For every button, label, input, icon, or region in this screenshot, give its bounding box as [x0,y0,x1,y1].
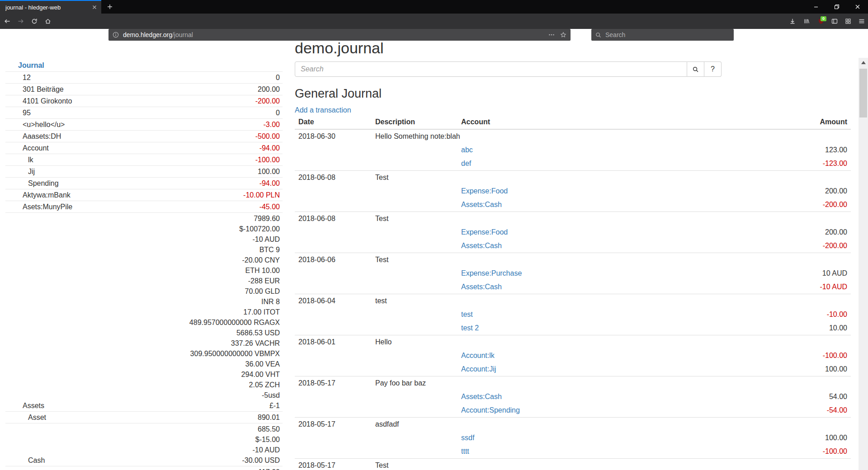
sidebar-account-link[interactable]: 95 [23,109,31,117]
back-button[interactable] [0,15,14,27]
sidebar-account-link[interactable]: 301 Beiträge [23,85,64,93]
site-info-icon[interactable] [112,31,119,38]
search-submit-button[interactable] [687,61,704,77]
empty-cell [706,335,851,349]
balance-amount: -5usd [155,390,280,400]
scrollbar[interactable] [859,58,868,470]
transaction-description: Hello [372,335,458,349]
sidebar-account-row: <u>hello</u>-3.00 [5,119,283,131]
browser-search-field[interactable] [591,29,734,41]
empty-cell [458,129,706,143]
posting-account-link[interactable]: ssdf [461,434,474,442]
empty-cell [706,459,851,470]
scroll-up-button[interactable] [861,61,866,64]
forward-button[interactable] [14,15,28,27]
sidebar-account-row: Aaasets:DH-500.00 [5,131,283,142]
empty-cell [458,335,706,349]
sidebar-account-link[interactable]: 12 [23,74,31,81]
sidebar-account-link[interactable]: <u>hello</u> [23,121,65,128]
search-help-button[interactable]: ? [704,61,722,77]
new-tab-button[interactable] [104,1,116,13]
account-balance-cell: 890.01 [155,412,283,423]
empty-cell [372,308,458,321]
minimize-button[interactable] [806,0,826,14]
sidebar-account-link[interactable]: Cash [28,456,45,464]
posting-row: Assets:Cash-10 AUD [295,280,851,294]
balance-amount: 36.00 VEA [155,359,280,369]
bookmark-star-icon[interactable] [560,31,567,38]
sidebar-account-link[interactable]: Asset [28,414,46,421]
url-bar[interactable]: demo.hledger.org/journal [108,29,571,41]
menu-icon[interactable] [855,15,868,27]
sidebar-account-link[interactable]: Aaasets:DH [23,132,61,140]
transaction-description: Hello Something note:blah [372,129,458,143]
browser-search-input[interactable] [605,31,714,38]
posting-account-link[interactable]: Expense:Food [461,187,508,195]
empty-cell [372,390,458,404]
close-button[interactable] [847,0,868,14]
posting-account-link[interactable]: test [461,310,473,318]
posting-account-link[interactable]: Expense:Food [461,228,508,236]
transaction-description: Test [372,171,458,185]
sidebar-account-link[interactable]: Spending [28,179,59,187]
empty-cell [295,445,372,459]
posting-account-cell: Assets:Cash [458,390,706,404]
balance-amount: -94.00 [155,143,280,153]
tab-close-icon[interactable] [91,4,98,10]
posting-amount: 54.00 [706,390,851,404]
empty-cell [295,431,372,445]
download-icon[interactable] [786,15,799,27]
library-icon[interactable] [800,15,813,27]
restore-button[interactable] [826,0,847,14]
sidebar-account-link[interactable]: lk [28,156,33,164]
account-balance-cell: -94.00 [155,178,283,189]
balance-amount: 2.05 ZCH [155,380,280,390]
empty-cell [458,459,706,470]
posting-amount: -123.00 [706,157,851,171]
posting-row: Expense:Food200.00 [295,226,851,239]
sidebar-account-link[interactable]: Assets [23,402,44,409]
sidebar-account-link[interactable]: Jij [28,168,35,175]
journal-search-input[interactable] [295,61,687,77]
posting-row: abc123.00 [295,143,851,157]
posting-account-link[interactable]: Assets:Cash [461,201,502,208]
posting-account-link[interactable]: Account:Spending [461,406,520,414]
transaction-description: Test [372,459,458,470]
balance-amount: -10 AUD [155,445,280,455]
scrollbar-thumb[interactable] [859,69,867,118]
posting-account-link[interactable]: abc [461,146,473,154]
home-button[interactable] [41,15,55,27]
sidebar-account-row: Spending-94.00 [5,178,283,189]
posting-account-link[interactable]: Account:Jij [461,365,496,373]
add-transaction-link[interactable]: Add a transaction [295,106,351,114]
posting-account-link[interactable]: Assets:Cash [461,283,502,291]
balance-amount: -94.00 [155,178,280,188]
sidebar-account-link[interactable]: Aktywa:mBank [23,191,71,199]
posting-amount: -200.00 [706,198,851,212]
posting-account-link[interactable]: Account:lk [461,352,495,359]
page-actions-icon[interactable] [548,31,555,38]
sidebar-account-link[interactable]: Account [23,144,49,152]
sidebar-account-link[interactable]: 4101 Girokonto [23,97,72,105]
posting-account-link[interactable]: Assets:Cash [461,393,502,400]
sidebar-account-row: Account-94.00 [5,142,283,154]
posting-account-link[interactable]: test 2 [461,324,479,332]
transaction-row: 2018-06-30Hello Something note:blah [295,129,851,143]
grid-icon[interactable] [842,15,854,27]
journal-table: Date Description Account Amount 2018-06-… [295,115,851,470]
adblocker-icon[interactable]: 0 [815,15,827,27]
posting-account-link[interactable]: Expense:Purchase [461,269,522,277]
empty-cell [372,431,458,445]
browser-tab[interactable]: journal - hledger-web [0,0,101,14]
balance-amount: £-1 [155,400,280,411]
adblocker-badge: 0 [821,16,826,21]
reload-button[interactable] [28,15,41,27]
posting-account-link[interactable]: def [461,160,471,167]
sidebar-toggle-icon[interactable] [828,15,841,27]
sidebar-journal-link[interactable]: Journal [5,59,283,71]
sidebar-account-link[interactable]: Asets:MunyPile [23,203,72,211]
posting-account-link[interactable]: Assets:Cash [461,242,502,249]
posting-account-link[interactable]: tttt [461,447,469,455]
empty-cell [372,321,458,335]
transaction-date: 2018-06-01 [295,335,372,349]
